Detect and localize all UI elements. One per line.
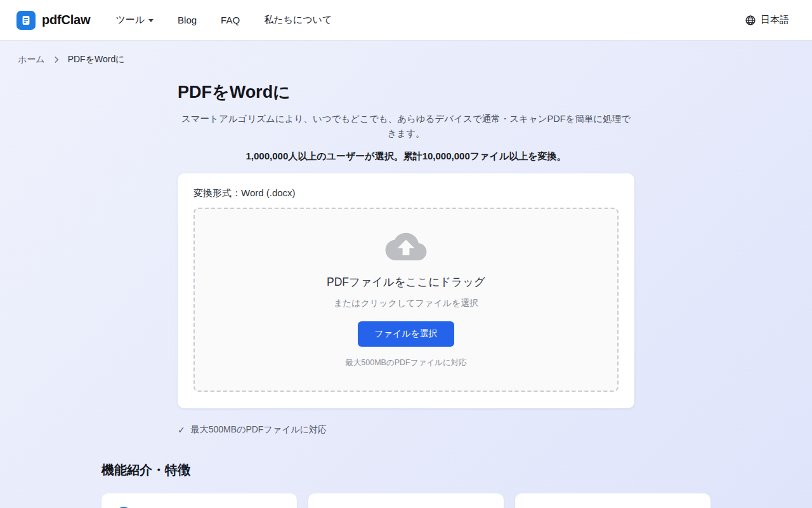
- nav-item-faq[interactable]: FAQ: [221, 15, 240, 25]
- dropzone-subtitle: またはクリックしてファイルを選択: [334, 298, 479, 309]
- breadcrumb: ホーム PDFをWordに: [0, 41, 812, 65]
- hero-section: PDFをWordに スマートアルゴリズムにより、いつでもどこでも、あらゆるデバイ…: [178, 81, 634, 436]
- nav-item-tools-label: ツール: [115, 14, 145, 26]
- features-title: 機能紹介・特徴: [102, 462, 710, 479]
- main-nav: ツール Blog FAQ 私たちについて: [115, 14, 332, 26]
- chevron-down-icon: [148, 19, 154, 22]
- pdf-document-icon: [16, 11, 36, 30]
- nav-item-tools[interactable]: ツール: [115, 14, 154, 26]
- select-file-button[interactable]: ファイルを選択: [358, 321, 454, 347]
- language-label: 日本語: [761, 14, 789, 26]
- top-nav-bar: pdfClaw ツール Blog FAQ 私たちについて 日本語: [0, 0, 812, 41]
- feature-grid: 高速変換 ほとんどのPDFが30秒以内に変換完 TT 正確なフォーマット再現 テ…: [102, 493, 710, 508]
- language-selector[interactable]: 日本語: [745, 14, 789, 26]
- upload-card: 変換形式：Word (.docx) PDFファイルをここにドラッグ またはクリッ…: [178, 173, 634, 408]
- nav-item-about[interactable]: 私たちについて: [264, 14, 332, 26]
- hero-stats: 1,000,000人以上のユーザーが選択。累計10,000,000ファイル以上を…: [178, 150, 634, 163]
- dropzone-title: PDFファイルをここにドラッグ: [327, 274, 485, 290]
- nav-item-blog[interactable]: Blog: [178, 15, 197, 25]
- file-dropzone[interactable]: PDFファイルをここにドラッグ またはクリックしてファイルを選択 ファイルを選択…: [193, 208, 619, 392]
- conversion-format-label: 変換形式：Word (.docx): [193, 187, 619, 199]
- nav-item-faq-label: FAQ: [221, 15, 240, 25]
- globe-icon: [745, 15, 756, 26]
- brand-name: pdfClaw: [42, 13, 90, 27]
- nav-item-about-label: 私たちについて: [264, 14, 332, 26]
- check-icon: ✓: [178, 425, 185, 435]
- cloud-upload-icon: [385, 231, 427, 260]
- page-body: ホーム PDFをWordに PDFをWordに スマートアルゴリズムにより、いつ…: [0, 41, 812, 508]
- dropzone-size-note: 最大500MBのPDFファイルに対応: [345, 358, 466, 368]
- page-title: PDFをWordに: [178, 81, 634, 104]
- feature-card-fast-conversion: 高速変換 ほとんどのPDFが30秒以内に変換完: [102, 493, 297, 508]
- size-support-note: ✓ 最大500MBのPDFファイルに対応: [178, 424, 634, 436]
- brand-logo[interactable]: pdfClaw: [16, 11, 90, 30]
- feature-card-table-recognition: 表認識 PDF内の表構造を自動認識・再現。: [515, 493, 710, 508]
- breadcrumb-current: PDFをWordに: [68, 54, 125, 65]
- size-support-text: 最大500MBのPDFファイルに対応: [191, 424, 327, 436]
- feature-card-format-fidelity: TT 正確なフォーマット再現 テキスト・段落・フォントスタイル: [308, 493, 504, 508]
- chevron-right-icon: [52, 55, 61, 64]
- hero-subtitle: スマートアルゴリズムにより、いつでもどこでも、あらゆるデバイスで通常・スキャンP…: [178, 112, 634, 141]
- features-section: 機能紹介・特徴 高速変換 ほとんどのPDFが30秒以内に変換完: [102, 462, 710, 508]
- breadcrumb-home-link[interactable]: ホーム: [18, 54, 45, 65]
- nav-item-blog-label: Blog: [178, 15, 197, 25]
